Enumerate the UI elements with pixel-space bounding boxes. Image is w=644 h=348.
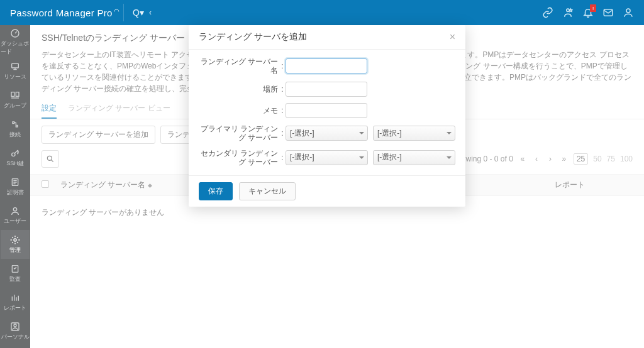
star-person-icon[interactable] [562,7,574,18]
label-secondary: セカンダリ ランディング サーバー [199,149,279,167]
save-button[interactable]: 保存 [199,182,233,200]
location-input[interactable] [286,82,367,97]
label-memo: メモ [199,106,279,115]
label-primary: プライマリ ランディング サーバー [199,124,279,143]
close-icon[interactable]: × [450,31,455,43]
form-row-memo: メモ : [199,103,455,118]
app-title-text: Password Manager Pro [10,8,113,18]
secondary-select-1[interactable]: [-選択-] [286,150,368,165]
topbar-separator [123,4,124,21]
notification-badge: ! [590,4,596,12]
form-row-location: 場所 : [199,82,455,97]
add-server-modal: ランディング サーバを追加 × ランディング サーバー名 : 場所 : メモ :… [189,25,465,207]
app-title: Password Manager Pro ◠ [0,8,119,18]
notifications-icon[interactable]: ! [582,7,594,18]
search-icon: Q▾ [133,8,144,18]
primary-select-1[interactable]: [-選択-] [286,126,368,141]
memo-input[interactable] [286,103,367,118]
topbar-icons: ! [542,7,639,18]
svg-point-2 [626,9,630,13]
cancel-button[interactable]: キャンセル [239,182,296,200]
server-name-input[interactable] [286,58,367,73]
form-row-secondary: セカンダリ ランディング サーバー : [-選択-] [-選択-] [199,149,455,167]
logo-swoosh-icon: ◠ [114,8,119,14]
label-server-name: ランディング サーバー名 [199,57,279,75]
search-caret-icon: ‹ [149,8,152,17]
primary-select-2[interactable]: [-選択-] [373,126,455,141]
form-row-server-name: ランディング サーバー名 : [199,57,455,75]
search-area[interactable]: Q▾ ‹ [133,8,152,18]
topbar: Password Manager Pro ◠ Q▾ ‹ ! [0,0,644,25]
secondary-select-2[interactable]: [-選択-] [373,150,455,165]
modal-header: ランディング サーバを追加 × [189,25,465,50]
modal-title: ランディング サーバを追加 [199,31,307,43]
mail-icon[interactable] [602,7,614,18]
svg-point-0 [567,9,570,12]
label-location: 場所 [199,85,279,94]
form-row-primary: プライマリ ランディング サーバー : [-選択-] [-選択-] [199,124,455,143]
modal-body: ランディング サーバー名 : 場所 : メモ : プライマリ ランディング サー… [189,50,465,175]
link-icon[interactable] [542,7,553,18]
user-icon[interactable] [623,7,634,18]
modal-footer: 保存 キャンセル [189,175,465,207]
